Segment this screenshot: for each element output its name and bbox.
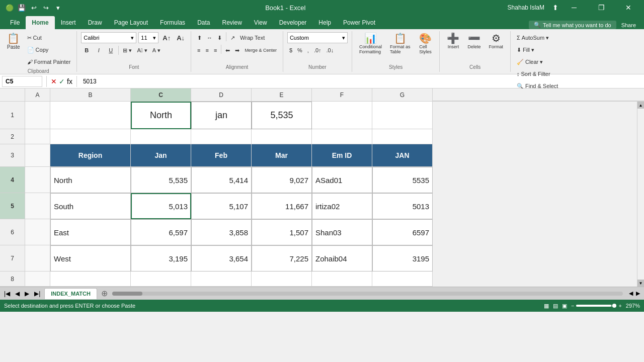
indent-increase-button[interactable]: ➡ xyxy=(233,45,242,56)
tab-review[interactable]: Review xyxy=(216,16,248,29)
minimize-button[interactable]: ─ xyxy=(562,0,586,15)
vertical-scrollbar[interactable]: ▲ ▼ xyxy=(637,102,644,287)
align-center-button[interactable]: ≡ xyxy=(204,45,211,56)
zoom-out-button[interactable]: − xyxy=(571,303,574,309)
close-button[interactable]: ✕ xyxy=(617,0,640,15)
tab-power-pivot[interactable]: Power Pivot xyxy=(337,16,381,29)
cell-a3[interactable] xyxy=(25,144,50,167)
col-header-b[interactable]: B xyxy=(50,88,131,102)
cell-a5[interactable] xyxy=(25,193,50,219)
scroll-up-button[interactable]: ▲ xyxy=(637,102,645,109)
cell-e5[interactable]: 11,667 xyxy=(252,193,312,219)
cancel-formula-button[interactable]: ✕ xyxy=(51,77,57,85)
row-header-7[interactable]: 7 xyxy=(0,245,25,272)
cell-d4[interactable]: 5,414 xyxy=(191,167,252,193)
align-bottom-button[interactable]: ⬇ xyxy=(215,32,224,43)
row-header-3[interactable]: 3 xyxy=(0,144,25,167)
align-middle-button[interactable]: ↔ xyxy=(205,32,214,43)
sheet-first-button[interactable]: |◀ xyxy=(2,290,12,297)
sheet-prev-button[interactable]: ◀ xyxy=(13,290,22,297)
increase-font-button[interactable]: A↑ xyxy=(160,32,173,43)
undo-button[interactable]: ↩ xyxy=(28,2,39,13)
borders-button[interactable]: ⊞ ▾ xyxy=(121,45,134,56)
customize-qa-button[interactable]: ▾ xyxy=(52,2,63,13)
scroll-right-button[interactable]: ▶ xyxy=(636,290,640,297)
cut-button[interactable]: ✂ Cut xyxy=(25,32,73,43)
font-size-selector[interactable]: 11 ▾ xyxy=(138,32,158,43)
cell-a8[interactable] xyxy=(25,272,50,287)
col-header-c[interactable]: C xyxy=(131,88,191,102)
add-sheet-button[interactable]: ⊕ xyxy=(99,288,110,299)
view-normal-button[interactable]: ▦ xyxy=(544,303,549,309)
cell-c1[interactable]: North xyxy=(131,102,191,129)
orientation-button[interactable]: ↗ xyxy=(228,32,237,43)
confirm-formula-button[interactable]: ✓ xyxy=(59,77,65,85)
ribbon-display-toggle[interactable]: ⬆ xyxy=(552,4,558,12)
cell-g4[interactable]: 5535 xyxy=(372,167,433,193)
cell-d5[interactable]: 5,107 xyxy=(191,193,252,219)
row-header-6[interactable]: 6 xyxy=(0,219,25,245)
cell-d1[interactable]: jan xyxy=(191,102,252,129)
autosum-button[interactable]: Σ AutoSum ▾ xyxy=(515,32,551,43)
cell-f2[interactable] xyxy=(312,129,372,144)
fill-color-button[interactable]: A⃞ ▾ xyxy=(135,45,149,56)
number-format-selector[interactable]: Custom ▾ xyxy=(287,32,348,43)
italic-button[interactable]: I xyxy=(93,45,104,56)
wrap-text-button[interactable]: Wrap Text xyxy=(238,32,267,43)
cell-g5[interactable]: 5013 xyxy=(372,193,433,219)
cell-f1[interactable] xyxy=(312,102,372,129)
delete-cells-button[interactable]: ➖ Delete xyxy=(464,32,484,50)
align-right-button[interactable]: ≡ xyxy=(212,45,219,56)
comma-button[interactable]: , xyxy=(305,45,311,56)
cell-b8[interactable] xyxy=(50,272,131,287)
tab-view[interactable]: View xyxy=(248,16,273,29)
cell-g1[interactable] xyxy=(372,102,433,129)
cell-e8[interactable] xyxy=(252,272,312,287)
scroll-left-button[interactable]: ◀ xyxy=(629,290,633,297)
underline-button[interactable]: U xyxy=(105,45,116,56)
col-header-f[interactable]: F xyxy=(312,88,372,102)
cell-b7[interactable]: West xyxy=(50,245,131,272)
align-left-button[interactable]: ≡ xyxy=(195,45,202,56)
cell-c5[interactable]: 5,013 xyxy=(131,193,191,219)
cell-f4[interactable]: ASad01 xyxy=(312,167,372,193)
tab-developer[interactable]: Developer xyxy=(273,16,313,29)
cell-g2[interactable] xyxy=(372,129,433,144)
cell-f7[interactable]: Zohaib04 xyxy=(312,245,372,272)
tab-insert[interactable]: Insert xyxy=(55,16,82,29)
insert-cells-button[interactable]: ➕ Insert xyxy=(444,32,462,50)
restore-button[interactable]: ❐ xyxy=(590,0,613,15)
cell-f5[interactable]: irtiza02 xyxy=(312,193,372,219)
scroll-down-button[interactable]: ▼ xyxy=(637,280,645,287)
share-button[interactable]: Share xyxy=(621,22,636,28)
view-layout-button[interactable]: ▤ xyxy=(553,303,558,309)
cell-a2[interactable] xyxy=(25,129,50,144)
cell-a7[interactable] xyxy=(25,245,50,272)
zoom-slider-thumb[interactable] xyxy=(612,304,616,308)
h-scroll-thumb[interactable] xyxy=(112,292,142,296)
percent-button[interactable]: % xyxy=(295,45,304,56)
col-header-g[interactable]: G xyxy=(372,88,433,102)
cell-a1[interactable] xyxy=(25,102,50,129)
row-header-8[interactable]: 8 xyxy=(0,272,25,287)
cell-d2[interactable] xyxy=(191,129,252,144)
cell-f3[interactable]: Em ID xyxy=(312,144,372,167)
corner-cell[interactable] xyxy=(0,88,25,102)
tab-draw[interactable]: Draw xyxy=(82,16,108,29)
cell-f6[interactable]: Shan03 xyxy=(312,219,372,245)
indent-decrease-button[interactable]: ⬅ xyxy=(223,45,232,56)
row-header-5[interactable]: 5 xyxy=(0,193,25,219)
font-name-selector[interactable]: Calibri ▾ xyxy=(81,32,136,43)
view-page-button[interactable]: ▣ xyxy=(562,303,567,309)
cell-b4[interactable]: North xyxy=(50,167,131,193)
tab-page-layout[interactable]: Page Layout xyxy=(108,16,154,29)
tab-formulas[interactable]: Formulas xyxy=(154,16,191,29)
cell-b6[interactable]: East xyxy=(50,219,131,245)
tab-help[interactable]: Help xyxy=(312,16,337,29)
cell-c4[interactable]: 5,535 xyxy=(131,167,191,193)
cell-b5[interactable]: South xyxy=(50,193,131,219)
cell-c7[interactable]: 3,195 xyxy=(131,245,191,272)
col-header-e[interactable]: E xyxy=(252,88,312,102)
bold-button[interactable]: B xyxy=(81,45,92,56)
fill-button[interactable]: ⬇ Fill ▾ xyxy=(515,44,536,55)
